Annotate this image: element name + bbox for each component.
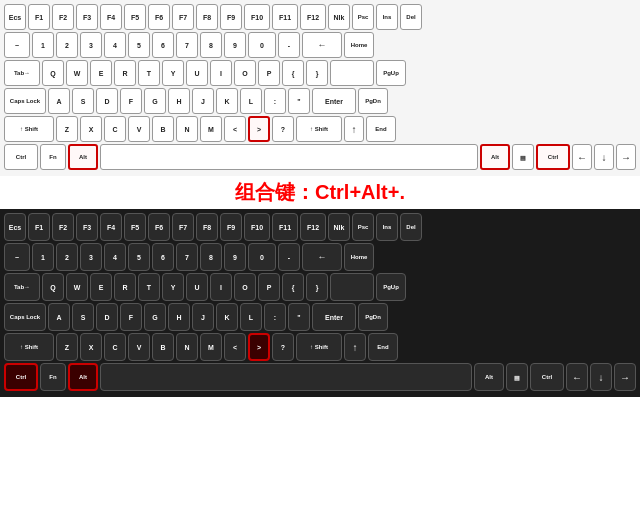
key-slash-b[interactable]: ?: [272, 333, 294, 361]
key-h-b[interactable]: H: [168, 303, 190, 331]
key-9-b[interactable]: 9: [224, 243, 246, 271]
key-f1-w[interactable]: F1: [28, 4, 50, 30]
key-enter-w[interactable]: [330, 60, 374, 86]
key-ctrlr-w[interactable]: Ctrl: [536, 144, 570, 170]
key-o-w[interactable]: O: [234, 60, 256, 86]
key-left-w[interactable]: ←: [572, 144, 592, 170]
key-right-b[interactable]: →: [614, 363, 636, 391]
key-3-w[interactable]: 3: [80, 32, 102, 58]
key-q-b[interactable]: Q: [42, 273, 64, 301]
key-s-w[interactable]: S: [72, 88, 94, 114]
key-e-w[interactable]: E: [90, 60, 112, 86]
key-e-b[interactable]: E: [90, 273, 112, 301]
key-f6-w[interactable]: F6: [148, 4, 170, 30]
key-l-b[interactable]: L: [240, 303, 262, 331]
key-2-w[interactable]: 2: [56, 32, 78, 58]
key-space-w[interactable]: [100, 144, 478, 170]
key-ins-b[interactable]: Ins: [376, 213, 398, 241]
key-lt-w[interactable]: <: [224, 116, 246, 142]
key-f11-b[interactable]: F11: [272, 213, 298, 241]
key-f3-w[interactable]: F3: [76, 4, 98, 30]
key-q-w[interactable]: Q: [42, 60, 64, 86]
key-w-b[interactable]: W: [66, 273, 88, 301]
key-del-b[interactable]: Del: [400, 213, 422, 241]
key-f9-w[interactable]: F9: [220, 4, 242, 30]
key-0-w[interactable]: 0: [248, 32, 276, 58]
key-m-b[interactable]: M: [200, 333, 222, 361]
key-home-b[interactable]: Home: [344, 243, 374, 271]
key-nlk-w[interactable]: Nlk: [328, 4, 350, 30]
key-k-w[interactable]: K: [216, 88, 238, 114]
key-capslock-w[interactable]: Caps Lock: [4, 88, 46, 114]
key-f10-b[interactable]: F10: [244, 213, 270, 241]
key-end-b[interactable]: End: [368, 333, 398, 361]
key-alt-b[interactable]: Alt: [68, 363, 98, 391]
key-r-w[interactable]: R: [114, 60, 136, 86]
key-h-w[interactable]: H: [168, 88, 190, 114]
key-shiftr-w[interactable]: ↑ Shift: [296, 116, 342, 142]
key-g-b[interactable]: G: [144, 303, 166, 331]
key-psc-b[interactable]: Psc: [352, 213, 374, 241]
key-v-b[interactable]: V: [128, 333, 150, 361]
key-z-b[interactable]: Z: [56, 333, 78, 361]
key-f9-b[interactable]: F9: [220, 213, 242, 241]
key-f7-w[interactable]: F7: [172, 4, 194, 30]
key-gt-b[interactable]: >: [248, 333, 270, 361]
key-colon-b[interactable]: :: [264, 303, 286, 331]
key-pgdn-w[interactable]: PgDn: [358, 88, 388, 114]
key-menu-b[interactable]: ▤: [506, 363, 528, 391]
key-tilde-w[interactable]: ~: [4, 32, 30, 58]
key-7-w[interactable]: 7: [176, 32, 198, 58]
key-f3-b[interactable]: F3: [76, 213, 98, 241]
key-4-w[interactable]: 4: [104, 32, 126, 58]
key-lbrace-b[interactable]: {: [282, 273, 304, 301]
key-f5-b[interactable]: F5: [124, 213, 146, 241]
key-j-b[interactable]: J: [192, 303, 214, 331]
key-n-b[interactable]: N: [176, 333, 198, 361]
key-alt-w[interactable]: Alt: [68, 144, 98, 170]
key-j-w[interactable]: J: [192, 88, 214, 114]
key-t-b[interactable]: T: [138, 273, 160, 301]
key-backspace-w[interactable]: ←: [302, 32, 342, 58]
key-y-b[interactable]: Y: [162, 273, 184, 301]
key-dash-w[interactable]: -: [278, 32, 300, 58]
key-f8-b[interactable]: F8: [196, 213, 218, 241]
key-s-b[interactable]: S: [72, 303, 94, 331]
key-t-w[interactable]: T: [138, 60, 160, 86]
key-f12-w[interactable]: F12: [300, 4, 326, 30]
key-lt-b[interactable]: <: [224, 333, 246, 361]
key-i-b[interactable]: I: [210, 273, 232, 301]
key-1-b[interactable]: 1: [32, 243, 54, 271]
key-f4-b[interactable]: F4: [100, 213, 122, 241]
key-pgup-b[interactable]: PgUp: [376, 273, 406, 301]
key-6-b[interactable]: 6: [152, 243, 174, 271]
key-psc-w[interactable]: Psc: [352, 4, 374, 30]
key-altgr-w[interactable]: Alt: [480, 144, 510, 170]
key-del-w[interactable]: Del: [400, 4, 422, 30]
key-p-b[interactable]: P: [258, 273, 280, 301]
key-pgup-w[interactable]: PgUp: [376, 60, 406, 86]
key-a-b[interactable]: A: [48, 303, 70, 331]
key-f7-b[interactable]: F7: [172, 213, 194, 241]
key-8-b[interactable]: 8: [200, 243, 222, 271]
key-space-b[interactable]: [100, 363, 472, 391]
key-1-w[interactable]: 1: [32, 32, 54, 58]
key-ctrlr-b[interactable]: Ctrl: [530, 363, 564, 391]
key-esc-b[interactable]: Ecs: [4, 213, 26, 241]
key-gt-w[interactable]: >: [248, 116, 270, 142]
key-f-w[interactable]: F: [120, 88, 142, 114]
key-d-w[interactable]: D: [96, 88, 118, 114]
key-7-b[interactable]: 7: [176, 243, 198, 271]
key-r-b[interactable]: R: [114, 273, 136, 301]
key-tab-b[interactable]: Tab→: [4, 273, 40, 301]
key-fn-b[interactable]: Fn: [40, 363, 66, 391]
key-home-w[interactable]: Home: [344, 32, 374, 58]
key-2-b[interactable]: 2: [56, 243, 78, 271]
key-down-b[interactable]: ↓: [590, 363, 612, 391]
key-capslock-b[interactable]: Caps Lock: [4, 303, 46, 331]
key-up-b[interactable]: ↑: [344, 333, 366, 361]
key-f-b[interactable]: F: [120, 303, 142, 331]
key-shiftl-b[interactable]: ↑ Shift: [4, 333, 54, 361]
key-o-b[interactable]: O: [234, 273, 256, 301]
key-shiftr-b[interactable]: ↑ Shift: [296, 333, 342, 361]
